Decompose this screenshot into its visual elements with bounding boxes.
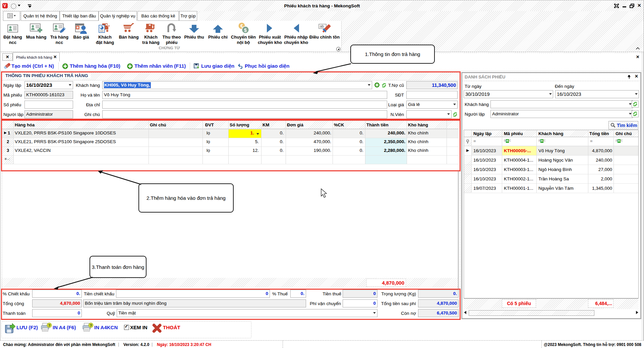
svg-text:ab: ab (320, 24, 324, 28)
svg-text:$: $ (244, 27, 247, 33)
svg-text:?: ? (48, 324, 51, 328)
svg-text:?: ? (90, 324, 92, 328)
